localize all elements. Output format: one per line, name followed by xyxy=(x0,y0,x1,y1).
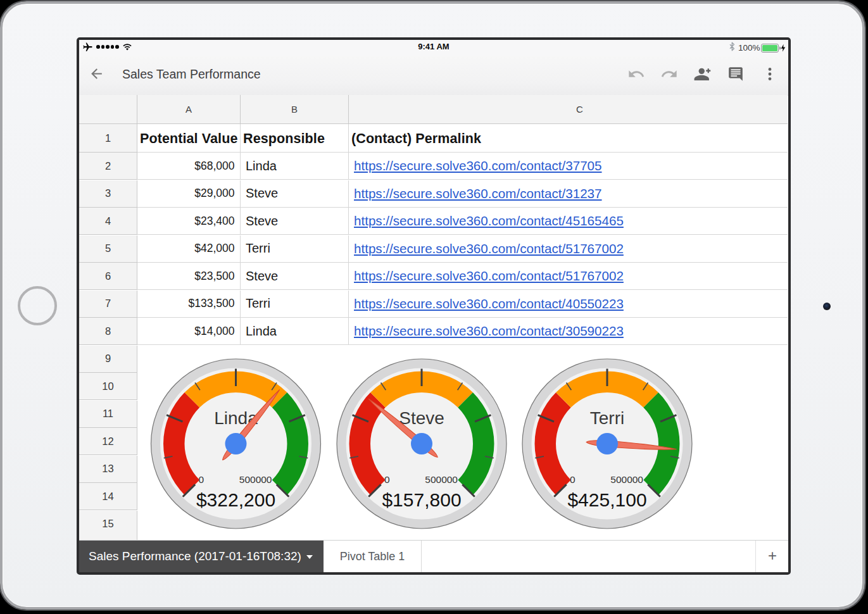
svg-text:0: 0 xyxy=(199,474,204,485)
svg-text:0: 0 xyxy=(570,474,576,485)
svg-text:0: 0 xyxy=(384,474,390,485)
svg-text:Steve: Steve xyxy=(399,408,444,428)
svg-text:$425,100: $425,100 xyxy=(567,489,646,510)
svg-text:500000: 500000 xyxy=(425,474,458,485)
svg-text:Terri: Terri xyxy=(590,408,624,428)
svg-text:$322,200: $322,200 xyxy=(196,489,275,510)
svg-text:500000: 500000 xyxy=(239,474,272,485)
svg-text:500000: 500000 xyxy=(610,474,643,485)
svg-text:$157,800: $157,800 xyxy=(382,489,461,510)
